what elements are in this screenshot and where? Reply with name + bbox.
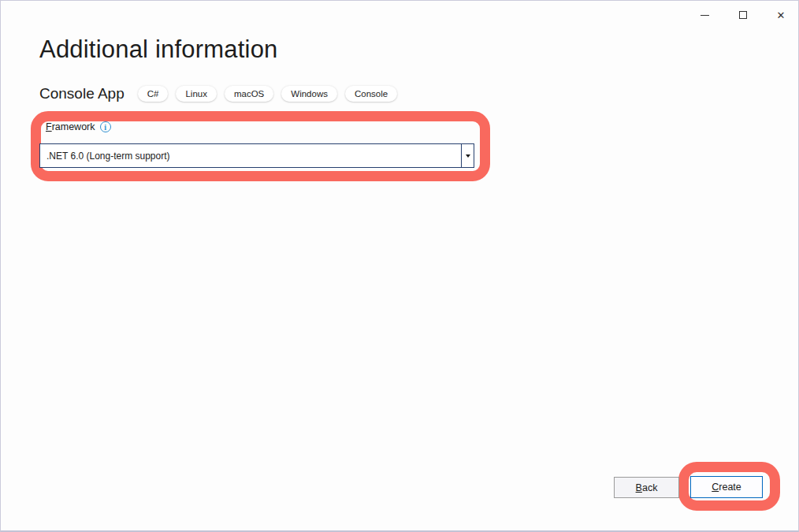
tag-pill-windows: Windows xyxy=(281,86,337,102)
chevron-down-icon xyxy=(466,154,470,158)
project-type-row: Console App C# Linux macOS Windows Conso… xyxy=(39,85,397,102)
tag-pill-console: Console xyxy=(345,86,397,102)
additional-information-dialog: ✕ Additional information Console App C# … xyxy=(0,0,799,532)
close-icon: ✕ xyxy=(777,10,786,20)
close-button[interactable]: ✕ xyxy=(768,5,793,25)
project-type-title: Console App xyxy=(39,85,124,102)
maximize-icon xyxy=(739,11,747,19)
combobox-dropdown-button[interactable] xyxy=(461,144,474,167)
back-button[interactable]: Back xyxy=(614,477,679,498)
framework-selected-value: .NET 6.0 (Long-term support) xyxy=(40,144,461,167)
create-button[interactable]: Create xyxy=(690,476,763,498)
tag-pill-csharp: C# xyxy=(138,86,169,102)
framework-combobox[interactable]: .NET 6.0 (Long-term support) xyxy=(39,143,474,168)
project-tag-list: C# Linux macOS Windows Console xyxy=(138,86,397,102)
maximize-button[interactable] xyxy=(730,5,756,25)
tag-pill-linux: Linux xyxy=(176,86,217,102)
back-button-label: Back xyxy=(636,482,658,493)
framework-label-text: Framework xyxy=(46,121,95,132)
framework-label: Framework i xyxy=(46,121,111,132)
minimize-button[interactable] xyxy=(692,5,717,25)
minimize-icon xyxy=(701,15,709,16)
page-title: Additional information xyxy=(39,35,278,64)
create-button-label: Create xyxy=(712,482,741,493)
info-icon[interactable]: i xyxy=(100,121,111,132)
tag-pill-macos: macOS xyxy=(225,86,273,102)
